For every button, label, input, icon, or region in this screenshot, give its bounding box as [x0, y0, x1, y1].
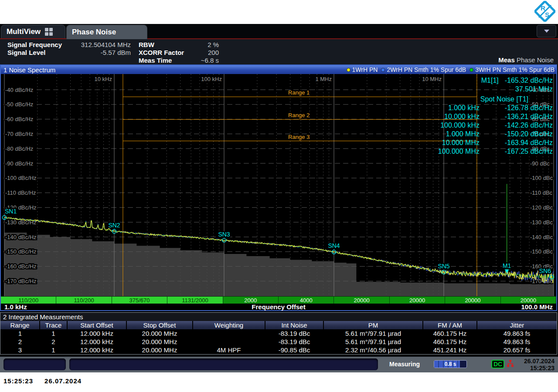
legend-trace-3: 3WrH PN Smth 1% Spur 6dB [470, 66, 555, 73]
svg-text:-50 dBc/Hz: -50 dBc/Hz [5, 101, 33, 108]
sweep-segment: 1131/2000 [167, 297, 223, 304]
svg-text:1 MHz: 1 MHz [315, 76, 332, 82]
svg-text:Range 3: Range 3 [288, 134, 310, 140]
instrument-screen: MultiView Phase Noise Signal Frequency 3… [0, 24, 558, 372]
svg-text:SN1: SN1 [5, 208, 17, 215]
xcorr-label: XCORR Factor [139, 49, 184, 56]
legend-trace-2: 2WrH PN Smth 1% Spur 6dB [381, 66, 466, 73]
rbw-value: 2 % [178, 41, 219, 48]
spot-noise-row: 100.000 kHz-142.26 dBc/Hz [418, 121, 553, 130]
svg-text:-40 dBc/Hz: -40 dBc/Hz [5, 87, 33, 93]
table-column-header: Trace [40, 321, 67, 329]
measurement-info-bar: Signal Frequency 312.504104 MHz Signal L… [0, 39, 558, 64]
trace-dot-icon [470, 68, 473, 72]
svg-text:SN6: SN6 [539, 267, 551, 274]
svg-text:-110 dBc: -110 dBc [530, 189, 553, 196]
capture-time: 15:25:23 [3, 377, 33, 385]
svg-text:-100 dBc/Hz: -100 dBc/Hz [5, 175, 37, 181]
tab-multiview[interactable]: MultiView [1, 25, 65, 38]
sweep-segment: 110/200 [1, 297, 56, 304]
svg-text:-90 dBc: -90 dBc [530, 160, 550, 167]
capture-timestamp: 15:25:2326.07.2024 [3, 377, 93, 385]
spot-noise-row: 10.000 kHz-136.21 dBc/Hz [418, 112, 553, 121]
svg-text:-150 dBc: -150 dBc [530, 248, 553, 255]
progress-time: 0.8 s [434, 361, 466, 368]
integrated-measurements-window: 2 Integrated Measurements RangeTraceStar… [0, 312, 557, 355]
spot-noise-title: Spot Noise [T1] [418, 95, 553, 104]
sweep-segment: 4000 [279, 297, 334, 304]
trace-dot-icon [381, 68, 385, 72]
tab-phase-noise[interactable]: Phase Noise [66, 25, 147, 39]
tab-dropdown-button[interactable] [537, 25, 556, 37]
rs-logo: R S [534, 1, 555, 22]
table-column-header: Weighting [193, 321, 265, 329]
svg-text:-170 dBc/Hz: -170 dBc/Hz [5, 278, 37, 284]
status-date: 26.07.2024 [524, 358, 555, 365]
table-column-header: Jitter [477, 321, 557, 329]
svg-text:SN5: SN5 [438, 263, 449, 270]
rbw-label: RBW [139, 41, 154, 48]
svg-text:-80 dBc/Hz: -80 dBc/Hz [5, 145, 33, 152]
meas-time-value: ~6.8 s [178, 57, 219, 64]
meas-mode-value: Phase Noise [517, 56, 554, 64]
svg-text:-130 dBc: -130 dBc [530, 219, 553, 226]
svg-text:SN4: SN4 [328, 242, 340, 249]
sweep-segment: 20000 [334, 297, 389, 304]
signal-level-value: -5.57 dBm [70, 49, 131, 56]
noise-spectrum-titlebar[interactable]: 1 Noise Spectrum 1WrH PN2WrH PN Smth 1% … [1, 65, 556, 74]
spot-noise-row: 1.000 MHz-150.20 dBc/Hz [418, 130, 553, 139]
svg-text:SN2: SN2 [108, 222, 120, 229]
status-time: 15:25:23 [524, 365, 555, 372]
axis-title: Frequency Offset [1, 303, 556, 311]
svg-text:-140 dBc/Hz: -140 dBc/Hz [5, 234, 37, 240]
sweep-segment: 2000 [223, 297, 279, 304]
sweep-segment: 375/670 [112, 297, 167, 304]
meas-mode: Meas Phase Noise [498, 56, 554, 64]
multiview-grid-icon [45, 28, 53, 36]
sweep-segment: 20000 [390, 297, 445, 304]
chevron-down-icon [544, 30, 549, 33]
table-header-row: RangeTraceStart OffsetStop OffsetWeighti… [0, 321, 557, 329]
table-column-header: Int Noise [265, 321, 323, 329]
sweep-segment: 20000 [445, 297, 500, 304]
status-field-right[interactable] [69, 358, 378, 370]
integrated-measurements-table: RangeTraceStart OffsetStop OffsetWeighti… [0, 321, 557, 354]
table-column-header: Range [0, 321, 40, 329]
frequency-axis-row: 1.0 kHz Frequency Offset 100.0 MHz [1, 304, 556, 310]
svg-text:-70 dBc/Hz: -70 dBc/Hz [5, 131, 33, 137]
signal-frequency-label: Signal Frequency [7, 41, 62, 48]
signal-level-label: Signal Level [7, 49, 46, 56]
spot-noise-table: 1.000 kHz-126.78 dBc/Hz10.000 kHz-136.21… [418, 104, 553, 156]
svg-text:-170 dBc: -170 dBc [530, 278, 553, 284]
svg-text:-110 dBc/Hz: -110 dBc/Hz [5, 189, 36, 196]
sweep-segment: 20000 [501, 297, 556, 304]
xcorr-value: 200 [178, 49, 219, 56]
noise-spectrum-window: 1 Noise Spectrum 1WrH PN2WrH PN Smth 1% … [0, 64, 557, 311]
svg-text:10 kHz: 10 kHz [95, 76, 112, 82]
sweep-segment-bar: 110/200110/200375/6701131/20002000400020… [1, 296, 556, 304]
status-bar: Measuring 0.8 s DC 26.07.2024 15:25:23 [0, 357, 558, 372]
svg-text:-90 dBc/Hz: -90 dBc/Hz [5, 160, 33, 167]
svg-text:-100 dBc: -100 dBc [530, 175, 553, 181]
spot-noise-row: 10.000 MHz-163.94 dBc/Hz [418, 139, 553, 147]
status-field-left[interactable] [3, 358, 66, 370]
table-row: 3112.000 kHz20.000 MHz4M HPF-90.85 dBc2.… [0, 346, 557, 354]
capture-date: 26.07.2024 [44, 377, 82, 385]
svg-text:S: S [545, 11, 549, 18]
sweep-segment: 110/200 [56, 297, 112, 304]
svg-text:-120 dBc: -120 dBc [530, 204, 553, 211]
tab-multiview-label: MultiView [7, 27, 41, 36]
table-column-header: Stop Offset [126, 321, 193, 329]
axis-stop-frequency: 100.0 MHz [521, 303, 553, 311]
svg-text:-160 dBc/Hz: -160 dBc/Hz [5, 263, 37, 270]
date-time: 26.07.2024 15:25:23 [524, 358, 555, 372]
svg-text:Range 1: Range 1 [288, 89, 310, 96]
svg-text:-60 dBc/Hz: -60 dBc/Hz [5, 116, 33, 122]
dc-coupling-badge: DC [491, 360, 504, 368]
svg-text:SN3: SN3 [218, 231, 230, 238]
spot-noise-row: 100.000 MHz-167.25 dBc/Hz [418, 147, 553, 156]
meas-mode-label: Meas [498, 56, 515, 64]
tab-bar: MultiView Phase Noise [0, 24, 558, 39]
svg-text:-140 dBc: -140 dBc [530, 234, 553, 240]
trace-dot-icon [347, 68, 350, 72]
